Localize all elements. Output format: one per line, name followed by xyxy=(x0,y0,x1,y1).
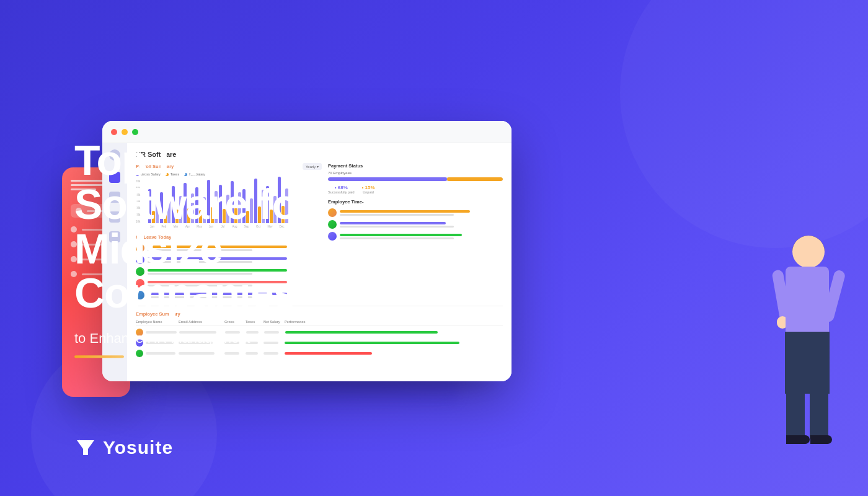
employee-count: 70 Employees xyxy=(328,171,503,175)
maximize-button[interactable] xyxy=(132,129,138,135)
time-sub-bar xyxy=(340,214,454,216)
avatar xyxy=(328,208,337,217)
avatar xyxy=(328,220,337,229)
td-performance xyxy=(285,352,503,355)
payment-stats: • 68% Successfully paid • 15% Unpaid xyxy=(328,185,503,194)
time-info xyxy=(340,222,503,228)
deco-circle-large xyxy=(620,0,868,248)
person-leg-left xyxy=(786,391,805,440)
time-name-bar xyxy=(340,210,470,213)
list-item xyxy=(328,220,503,229)
stat-unpaid: • 15% Unpaid xyxy=(362,185,375,194)
payment-title: Payment Status xyxy=(328,163,503,169)
person-head xyxy=(792,236,825,268)
person-illustration xyxy=(744,236,856,446)
progress-unpaid xyxy=(447,177,503,181)
time-name-bar xyxy=(340,234,462,236)
stat-paid: • 68% Successfully paid xyxy=(328,185,355,194)
list-item xyxy=(328,232,503,241)
time-sub-bar xyxy=(340,237,454,239)
employee-time-section: Employee Time- xyxy=(328,199,503,241)
person-pants xyxy=(785,332,830,394)
td-performance xyxy=(285,331,503,334)
avatar xyxy=(328,232,337,241)
right-column: Payment Status 70 Employees • 68% xyxy=(328,163,503,299)
time-info xyxy=(340,234,503,239)
person-leg-right xyxy=(810,391,828,440)
time-sub-bar xyxy=(340,226,454,228)
minimize-button[interactable] xyxy=(122,129,128,135)
headline-underline xyxy=(74,355,124,358)
td-performance xyxy=(285,342,503,344)
progress-paid xyxy=(328,177,447,181)
logo-area: Yosuite xyxy=(74,436,173,459)
person-body xyxy=(786,267,829,335)
th-performance: Performance xyxy=(285,320,503,324)
logo-icon xyxy=(74,436,97,459)
time-info xyxy=(340,210,503,216)
list-item xyxy=(328,208,503,217)
time-title: Employee Time- xyxy=(328,199,503,205)
payment-progress-bar xyxy=(328,177,503,181)
person-shoe-right xyxy=(810,435,832,444)
stat-unpaid-label: Unpaid xyxy=(362,190,375,194)
logo-text: Yosuite xyxy=(103,437,173,458)
time-list xyxy=(328,208,503,241)
left-content: Top HR Software for Midsize Companies to… xyxy=(74,138,313,358)
time-name-bar xyxy=(340,222,446,224)
sub-headline: to Enhance HR Management xyxy=(74,330,313,347)
person-shoe-left xyxy=(786,435,810,444)
payment-status-section: Payment Status 70 Employees • 68% xyxy=(328,163,503,194)
close-button[interactable] xyxy=(111,129,117,135)
main-headline: Top HR Software for Midsize Companies xyxy=(74,138,313,316)
hero-section: Top HR Software for Midsize Companies to… xyxy=(0,0,868,496)
stat-paid-value: • 68% xyxy=(328,185,355,190)
stat-unpaid-value: • 15% xyxy=(362,185,375,190)
stat-paid-label: Successfully paid xyxy=(328,190,355,194)
